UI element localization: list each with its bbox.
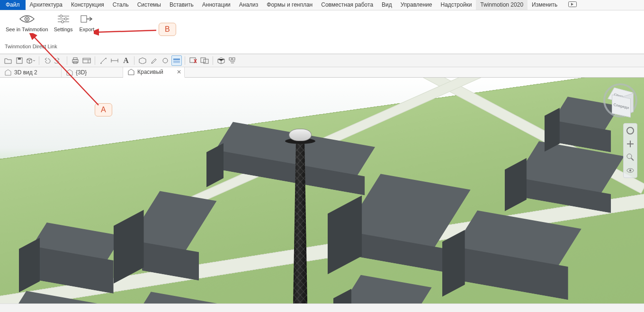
view3d-icon — [66, 69, 73, 76]
svg-marker-1 — [571, 3, 573, 6]
viewtab-label: Красивый — [137, 69, 163, 75]
viewtab-label: 3D вид 2 — [14, 69, 37, 76]
see-in-twinmotion-button[interactable]: See in Twinmotion — [3, 12, 51, 33]
menu-twinmotion[interactable]: Twinmotion 2020 — [476, 0, 528, 10]
orbit-icon[interactable] — [625, 165, 635, 176]
svg-rect-38 — [229, 58, 232, 60]
svg-point-46 — [627, 154, 632, 159]
navigation-bar — [623, 123, 637, 178]
component-icon[interactable] — [137, 55, 148, 66]
sheet-icon[interactable] — [81, 55, 92, 66]
svg-line-47 — [631, 158, 634, 160]
menu-collaborate[interactable]: Совместная работа — [317, 0, 377, 10]
menu-view[interactable]: Вид — [377, 0, 396, 10]
thin-lines-icon[interactable] — [171, 55, 182, 66]
export-icon — [80, 13, 93, 25]
viewtabs: 3D вид 2 {3D} Красивый ✕ — [0, 67, 644, 78]
close-icon[interactable]: ✕ — [177, 69, 181, 75]
dimension-icon[interactable] — [109, 55, 120, 66]
ribbon: See in Twinmotion Settings Export Twinmo… — [0, 10, 644, 54]
svg-rect-16 — [73, 58, 77, 60]
measure-icon[interactable] — [98, 55, 108, 66]
viewtab-3d[interactable]: {3D} — [62, 67, 123, 77]
menu-architecture[interactable]: Архитектура — [26, 0, 67, 10]
settings-button[interactable]: Settings — [51, 12, 76, 33]
tower — [275, 120, 327, 312]
svg-rect-35 — [201, 58, 206, 62]
svg-point-9 — [61, 21, 63, 23]
svg-rect-10 — [81, 16, 87, 22]
undo-icon[interactable] — [42, 55, 53, 66]
svg-point-49 — [629, 169, 631, 171]
menu-massing[interactable]: Формы и генплан — [262, 0, 317, 10]
ribbon-panel-label: Twinmotion Direct Link — [5, 44, 57, 49]
open-icon[interactable] — [3, 55, 13, 66]
zoom-icon[interactable] — [625, 152, 635, 162]
clip-icon[interactable] — [199, 55, 210, 66]
svg-point-5 — [60, 15, 62, 18]
filter-icon[interactable] — [227, 55, 238, 66]
separator — [134, 56, 134, 65]
menu-insert[interactable]: Вставить — [165, 0, 198, 10]
separator — [95, 56, 95, 65]
viewtab-label: {3D} — [76, 69, 87, 76]
export-button[interactable]: Export — [75, 12, 98, 33]
separator — [39, 56, 39, 65]
statusbar — [0, 303, 644, 312]
export-label: Export — [80, 27, 95, 33]
menu-file[interactable]: Файл — [0, 0, 26, 10]
pan-icon[interactable] — [625, 139, 635, 149]
menu-manage[interactable]: Управление — [396, 0, 437, 10]
settings-label: Settings — [54, 27, 73, 33]
eye-icon — [19, 13, 35, 25]
menubar: Файл Архитектура Конструкция Сталь Систе… — [0, 0, 644, 10]
menu-addins[interactable]: Надстройки — [437, 0, 476, 10]
svg-marker-42 — [5, 70, 11, 75]
svg-line-21 — [100, 58, 106, 63]
menu-play-icon[interactable] — [564, 0, 582, 10]
print-icon[interactable] — [70, 55, 80, 66]
annotation-a: A — [95, 103, 112, 116]
svg-marker-43 — [67, 70, 72, 75]
svg-rect-36 — [204, 59, 208, 63]
text-icon[interactable]: A — [121, 55, 131, 66]
view3d-icon — [128, 69, 134, 75]
menu-analysis[interactable]: Анализ — [235, 0, 263, 10]
see-in-twinmotion-label: See in Twinmotion — [6, 27, 48, 33]
separator — [185, 56, 185, 65]
viewcube-front[interactable]: Спереди — [612, 95, 631, 118]
viewtab-3dview2[interactable]: 3D вид 2 — [0, 67, 62, 77]
menu-steel[interactable]: Сталь — [108, 0, 133, 10]
close-hidden-icon[interactable] — [188, 55, 198, 66]
svg-point-28 — [163, 58, 168, 63]
svg-point-45 — [627, 127, 634, 134]
svg-marker-27 — [139, 58, 146, 64]
svg-marker-44 — [128, 69, 134, 75]
svg-point-7 — [64, 18, 67, 20]
viewtab-krasivyy[interactable]: Красивый ✕ — [123, 67, 185, 78]
menu-annotations[interactable]: Аннотации — [198, 0, 235, 10]
view3d-icon — [5, 69, 11, 76]
circle-icon[interactable] — [160, 55, 170, 66]
annotation-b: B — [159, 23, 176, 36]
redo-icon[interactable] — [54, 55, 64, 66]
svg-rect-18 — [83, 58, 90, 63]
menu-structure[interactable]: Конструкция — [67, 0, 108, 10]
svg-rect-13 — [18, 58, 21, 60]
viewcube[interactable]: Сверху Спереди — [603, 83, 637, 117]
sliders-icon — [57, 13, 70, 25]
cube-dropdown-icon[interactable] — [26, 55, 36, 66]
quick-access-toolbar: A — [0, 54, 644, 67]
save-icon[interactable] — [14, 55, 25, 66]
separator — [213, 56, 213, 65]
svg-rect-39 — [233, 58, 235, 60]
isolate-icon[interactable] — [216, 55, 226, 66]
svg-point-3 — [26, 18, 28, 20]
separator — [67, 56, 67, 65]
paint-icon[interactable] — [149, 55, 159, 66]
menu-modify[interactable]: Изменить — [528, 0, 562, 10]
menu-systems[interactable]: Системы — [133, 0, 165, 10]
steering-wheel-icon[interactable] — [625, 125, 635, 136]
